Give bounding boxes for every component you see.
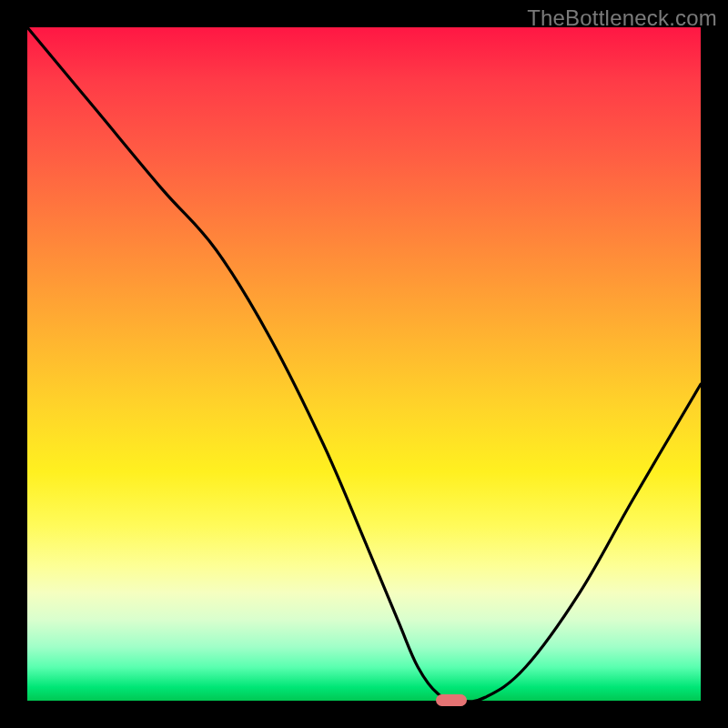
plot-area bbox=[27, 27, 701, 701]
bottleneck-curve bbox=[27, 27, 701, 701]
minimum-marker bbox=[436, 694, 467, 706]
chart-container: TheBottleneck.com bbox=[0, 0, 728, 728]
curve-svg bbox=[27, 27, 701, 701]
